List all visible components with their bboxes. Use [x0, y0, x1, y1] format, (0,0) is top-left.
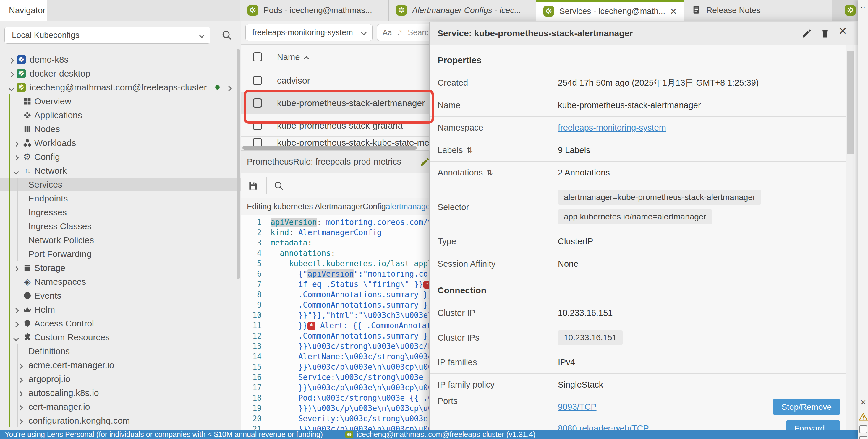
overview-icon	[22, 97, 33, 105]
sidebar-item-events[interactable]: Events	[0, 289, 241, 303]
drawer-row-label: Type	[438, 237, 558, 246]
trash-icon[interactable]	[820, 28, 831, 40]
alertmanagerconfig-link[interactable]: alertmanager	[386, 202, 433, 211]
chevron-right-icon[interactable]	[18, 416, 22, 426]
sidebar-item-argoproj-io[interactable]: argoproj.io	[0, 372, 241, 386]
chevron-right-icon[interactable]	[18, 388, 22, 398]
chevron-down-icon[interactable]	[9, 82, 13, 93]
scrollbar-thumb[interactable]	[242, 146, 417, 150]
port-link[interactable]: 8080:reloader-web/TCP	[558, 424, 649, 430]
chevron-right-icon[interactable]	[9, 55, 13, 65]
chevron-down-icon[interactable]	[14, 166, 18, 176]
close-icon[interactable]: ×	[839, 24, 847, 37]
chevron-right-icon[interactable]	[14, 263, 18, 273]
sidebar-item-workloads[interactable]: Workloads	[0, 136, 241, 150]
kubeconfig-selector[interactable]: Local Kubeconfigs	[4, 27, 211, 44]
sidebar-item-overview[interactable]: Overview	[0, 94, 241, 108]
puzzle-icon	[22, 333, 33, 341]
chevron-right-icon[interactable]	[9, 69, 13, 78]
warning-icon	[859, 412, 868, 423]
sidebar-scrollbar[interactable]	[237, 49, 240, 279]
sidebar-item-ingress-classes[interactable]: Ingress Classes	[0, 219, 241, 233]
drawer-row-label: Selector	[438, 202, 558, 212]
chevron-right-icon[interactable]	[18, 402, 22, 412]
stop-remove-button[interactable]: Stop/Remove	[773, 399, 840, 415]
regex-icon[interactable]: .*	[397, 28, 402, 37]
column-header-name[interactable]: Name	[277, 52, 308, 62]
row-name: cadvisor	[277, 76, 310, 86]
namespace-link[interactable]: freeleaps-monitoring-system	[558, 123, 666, 133]
code-text: .CommonAnnotations.summary }}-	[271, 300, 437, 309]
sidebar-item-cert-manager-io[interactable]: cert-manager.io	[0, 400, 241, 414]
sidebar-item-autoscaling-k8s-io[interactable]: autoscaling.k8s.io	[0, 386, 241, 400]
scrollbar-thumb[interactable]	[847, 50, 854, 154]
sidebar-item-demo-k8s[interactable]: ☸demo-k8s	[0, 53, 241, 66]
sidebar-item-configuration-konghq-com[interactable]: configuration.konghq.com	[0, 414, 241, 428]
sidebar-item-docker-desktop[interactable]: ☸docker-desktop	[0, 66, 241, 80]
sidebar-item-services[interactable]: Services	[0, 177, 241, 192]
drawer-row-label: Annotations⇅	[438, 168, 558, 177]
sidebar-item-nodes[interactable]: Nodes	[0, 122, 241, 136]
namespaces-icon: ◈	[22, 276, 33, 287]
drawer-row-label: IP families	[438, 358, 558, 367]
section-heading-properties: Properties	[430, 45, 846, 72]
line-number: 18	[241, 394, 271, 402]
sidebar-item-storage[interactable]: Storage	[0, 261, 241, 275]
sidebar-item-helm[interactable]: Helm	[0, 303, 241, 316]
line-number: 14	[241, 352, 271, 361]
tab-services-icecheng-math[interactable]: ☸Services - icecheng@math...×	[536, 0, 684, 21]
port-list: 9093/TCPStop/Remove8080:reloader-web/TCP…	[558, 396, 840, 430]
sort-arrows-icon[interactable]: ⇅	[466, 146, 473, 155]
sort-arrows-icon[interactable]: ⇅	[486, 168, 493, 177]
sidebar-search-icon[interactable]	[221, 30, 232, 42]
match-case-icon[interactable]: Aa	[382, 28, 392, 37]
toolbar-button[interactable]	[860, 436, 867, 439]
value-chip: 10.233.16.151	[558, 330, 623, 345]
drawer-row-ip-families: IP familiesIPv4	[430, 351, 846, 374]
tab-close-icon[interactable]: ×	[670, 6, 677, 17]
tab-release-notes[interactable]: Release Notes	[684, 0, 832, 21]
select-all-checkbox[interactable]	[253, 52, 262, 62]
chevron-right-icon[interactable]	[14, 318, 18, 329]
drawer-row-label: Namespace	[438, 123, 558, 133]
drawer-row-value: ClusterIP	[558, 237, 593, 246]
sidebar-item-endpoints[interactable]: Endpoints	[0, 192, 241, 205]
sidebar-item-acme-cert-manager-io[interactable]: acme.cert-manager.io	[0, 358, 241, 372]
tree-guide-line	[9, 94, 10, 428]
sidebar-item-network-policies[interactable]: Network Policies	[0, 233, 241, 247]
chevron-right-icon[interactable]	[227, 82, 231, 93]
sidebar-item-custom-resources[interactable]: Custom Resources	[0, 330, 241, 344]
chevron-right-icon[interactable]	[14, 152, 18, 162]
toolbar-button[interactable]	[860, 426, 867, 433]
sidebar-item-ingresses[interactable]: Ingresses	[0, 205, 241, 219]
port-link[interactable]: 9093/TCP	[558, 402, 597, 412]
close-icon[interactable]: ×	[860, 397, 866, 408]
sidebar-item-access-control[interactable]: Access Control	[0, 316, 241, 330]
chevron-right-icon[interactable]	[14, 138, 18, 148]
row-checkbox[interactable]	[253, 76, 262, 85]
navigator-panel-tab[interactable]: Navigator	[0, 0, 47, 21]
editor-search-icon[interactable]	[274, 180, 284, 192]
forward-button[interactable]: Forward...	[786, 420, 840, 430]
drawer-scrollbar[interactable]	[846, 45, 854, 430]
sidebar-item-port-forwarding[interactable]: Port Forwarding	[0, 247, 241, 261]
chevron-down-icon[interactable]	[14, 332, 18, 342]
line-number: 6	[241, 269, 271, 278]
chevron-right-icon[interactable]	[14, 305, 18, 315]
sidebar-item-network[interactable]: ↑↓Network	[0, 164, 241, 177]
sidebar-item-config[interactable]: ⚙Config	[0, 150, 241, 164]
status-cluster[interactable]: ☸ icecheng@mathmast.com@freeleaps-cluste…	[345, 430, 535, 439]
line-number: 21	[241, 425, 271, 430]
edit-pencil-icon[interactable]	[420, 157, 430, 168]
sidebar-item-icecheng-mathmast-com-freeleaps-cluster[interactable]: ☸icecheng@mathmast.com@freeleaps-cluster	[0, 80, 241, 94]
tab-alertmanager-configs-icec[interactable]: ☸Alertmanager Configs - icec...	[389, 0, 536, 21]
sidebar-item-definitions[interactable]: Definitions	[0, 344, 241, 358]
sidebar-item-applications[interactable]: Applications	[0, 108, 241, 122]
chevron-right-icon[interactable]	[18, 374, 22, 384]
edit-pencil-icon[interactable]	[802, 28, 812, 40]
sidebar-item-namespaces[interactable]: ◈Namespaces	[0, 275, 241, 289]
namespace-selector[interactable]: freeleaps-monitoring-system	[245, 24, 373, 41]
chevron-right-icon[interactable]	[18, 360, 22, 370]
save-icon[interactable]	[247, 180, 259, 193]
tab-pods-icecheng-mathmas[interactable]: ☸Pods - icecheng@mathmas...	[240, 0, 389, 21]
